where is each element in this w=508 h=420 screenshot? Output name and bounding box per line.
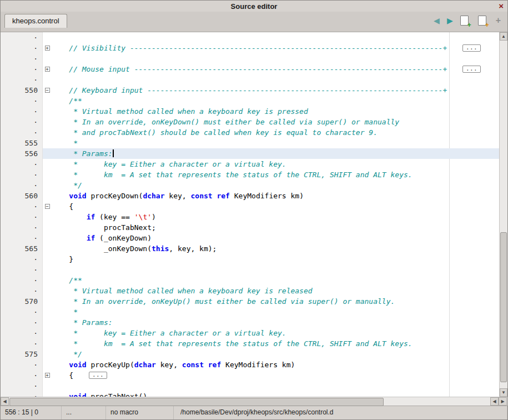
code-line[interactable]: ·− { (1, 201, 499, 212)
horizontal-scrollbar[interactable]: ◀ ◀ ▶ (1, 397, 507, 406)
code-line[interactable]: ·+ // Visibility -----------------------… (1, 43, 499, 53)
line-number: · (1, 254, 43, 264)
code-line[interactable]: 556 * Params: (1, 148, 499, 159)
code-line[interactable]: · (1, 381, 499, 391)
code-line[interactable]: ·+ {... (1, 370, 499, 381)
code-line[interactable]: · * Virtual method called when a keyboar… (1, 106, 499, 117)
fold-gutter-cell (43, 148, 52, 159)
code-line[interactable]: 575 */ (1, 349, 499, 359)
line-number: · (1, 381, 43, 391)
line-number: · (1, 370, 43, 381)
folded-code-ellipsis[interactable]: ... (462, 44, 481, 52)
tab-kheops-control[interactable]: kheops.control (4, 14, 67, 28)
fold-gutter-cell (43, 307, 52, 317)
horizontal-scrollbar-thumb[interactable] (9, 398, 384, 406)
fold-gutter-cell (43, 317, 52, 328)
code-line[interactable]: · * key = Either a character or a virtua… (1, 159, 499, 169)
code-line[interactable]: · /** (1, 275, 499, 286)
fold-gutter-cell[interactable]: + (43, 43, 52, 53)
code-line[interactable]: · procTabNext; (1, 222, 499, 233)
code-line[interactable]: · * and procTabNext() should be called w… (1, 127, 499, 138)
code-line[interactable]: · void procKeyUp(dchar key, const ref Ke… (1, 359, 499, 370)
code-line[interactable]: ·+ // Mouse input ----------------------… (1, 64, 499, 74)
save-document-icon[interactable]: + (478, 16, 486, 26)
scroll-left-secondary-icon[interactable]: ◀ (490, 397, 499, 406)
line-number: · (1, 391, 43, 397)
code-line[interactable]: · * km = A set that represents the statu… (1, 169, 499, 180)
line-number: · (1, 359, 43, 370)
macro-status: no macro (106, 406, 174, 419)
line-number: · (1, 212, 43, 222)
code-line[interactable]: · * Virtual method called when a keyboar… (1, 286, 499, 296)
fold-gutter-cell[interactable]: + (43, 64, 52, 74)
fold-gutter-cell (43, 338, 52, 349)
line-number: · (1, 307, 43, 317)
vertical-scrollbar-thumb[interactable] (500, 232, 507, 382)
code-line[interactable]: · if (_onKeyDown) (1, 233, 499, 243)
line-number: 555 (1, 138, 43, 148)
line-number: · (1, 317, 43, 328)
fold-gutter-cell (43, 32, 52, 43)
code-line[interactable]: · (1, 74, 499, 85)
line-number: 550 (1, 85, 43, 96)
line-number: · (1, 106, 43, 117)
line-number: · (1, 64, 43, 74)
tab-bar: kheops.control ◀ ▶ + + + (1, 12, 507, 32)
scroll-up-icon[interactable]: ▲ (500, 32, 507, 41)
vertical-scrollbar[interactable]: ▲ ▼ (499, 32, 507, 397)
folded-code-ellipsis[interactable]: ... (89, 372, 107, 379)
line-number: · (1, 180, 43, 191)
fold-gutter-cell[interactable]: − (43, 85, 52, 96)
fold-gutter-cell (43, 96, 52, 106)
code-line[interactable]: · void procTabNext() (1, 391, 499, 397)
code-line[interactable]: 565 _onKeyDown(this, key, km); (1, 243, 499, 254)
fold-gutter-cell (43, 296, 52, 307)
scroll-down-icon[interactable]: ▼ (500, 388, 507, 397)
code-line[interactable]: · * In an override, onKeyDown() must eit… (1, 117, 499, 127)
fold-gutter-cell (43, 264, 52, 275)
text-caret (113, 149, 114, 157)
fold-toggle-icon[interactable]: − (45, 204, 50, 209)
fold-toggle-icon[interactable]: + (45, 46, 50, 51)
fold-toggle-icon[interactable]: + (45, 67, 50, 72)
line-number: · (1, 222, 43, 233)
fold-gutter-cell[interactable]: − (43, 201, 52, 212)
fold-gutter-cell (43, 159, 52, 169)
go-forward-icon[interactable]: ▶ (447, 16, 453, 26)
fold-gutter-cell[interactable]: + (43, 370, 52, 381)
code-line[interactable]: · (1, 53, 499, 64)
code-line[interactable]: · * Params: (1, 317, 499, 328)
line-number: · (1, 96, 43, 106)
editor-area[interactable]: ··+ // Visibility ----------------------… (1, 32, 507, 397)
fold-toggle-icon[interactable]: + (45, 373, 50, 378)
code-line[interactable]: · * km = A set that represents the statu… (1, 338, 499, 349)
code-line[interactable]: 555 * (1, 138, 499, 148)
title-bar[interactable]: Source editor × (1, 1, 507, 12)
go-back-icon[interactable]: ◀ (434, 16, 440, 26)
code-line[interactable]: 550− // Keyboard input -----------------… (1, 85, 499, 96)
code-line[interactable]: 570 * In an override, onKeyUp() must eit… (1, 296, 499, 307)
close-icon[interactable]: × (499, 1, 504, 12)
code-line[interactable]: · /** (1, 96, 499, 106)
fold-gutter-cell (43, 243, 52, 254)
line-number: · (1, 32, 43, 43)
code-line[interactable]: · if (key == '\t') (1, 212, 499, 222)
code-line[interactable]: 560 void procKeyDown(dchar key, const re… (1, 191, 499, 201)
scroll-left-icon[interactable]: ◀ (1, 397, 9, 406)
code-line[interactable]: · * (1, 307, 499, 317)
scroll-right-icon[interactable]: ▶ (499, 397, 507, 406)
detach-icon[interactable]: + (496, 16, 501, 25)
code-line[interactable]: · */ (1, 180, 499, 191)
code-line[interactable]: · } (1, 254, 499, 264)
new-document-icon[interactable]: + (460, 16, 469, 26)
code-line[interactable]: · (1, 32, 499, 43)
code-line[interactable]: · * key = Either a character or a virtua… (1, 328, 499, 338)
status-bar: 556 : 15 | 0 ... no macro /home/basile/D… (1, 406, 507, 419)
fold-gutter-cell (43, 53, 52, 64)
fold-gutter-cell (43, 349, 52, 359)
line-number: 560 (1, 191, 43, 201)
line-number: · (1, 286, 43, 296)
code-line[interactable]: · (1, 264, 499, 275)
folded-code-ellipsis[interactable]: ... (462, 66, 481, 73)
fold-toggle-icon[interactable]: − (45, 88, 50, 93)
